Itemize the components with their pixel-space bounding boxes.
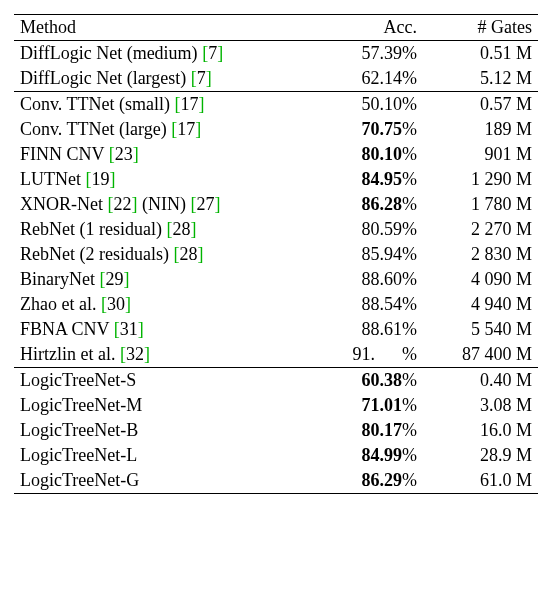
- accuracy-cell: 57.39%: [316, 41, 423, 67]
- accuracy-cell: 85.94%: [316, 242, 423, 267]
- table-row: LogicTreeNet-B80.17%16.0 M: [14, 418, 538, 443]
- citation[interactable]: [7]: [202, 43, 223, 63]
- gates-cell: 28.9 M: [423, 443, 538, 468]
- header-method: Method: [14, 15, 316, 41]
- table-row: Zhao et al. [30]88.54%4 940 M: [14, 292, 538, 317]
- citation[interactable]: [31]: [114, 319, 144, 339]
- method-cell: RebNet (1 residual) [28]: [14, 217, 316, 242]
- accuracy-cell: 80.10%: [316, 142, 423, 167]
- method-name: LogicTreeNet-S: [20, 370, 136, 390]
- accuracy-cell: 84.99%: [316, 443, 423, 468]
- gates-cell: 87 400 M: [423, 342, 538, 368]
- method-cell: RebNet (2 residuals) [28]: [14, 242, 316, 267]
- citation[interactable]: [23]: [109, 144, 139, 164]
- method-name: LogicTreeNet-M: [20, 395, 142, 415]
- gates-cell: 5 540 M: [423, 317, 538, 342]
- method-cell: Conv. TTNet (large) [17]: [14, 117, 316, 142]
- accuracy-cell: 71.01%: [316, 393, 423, 418]
- table-row: RebNet (1 residual) [28]80.59%2 270 M: [14, 217, 538, 242]
- method-name: DiffLogic Net (largest): [20, 68, 186, 88]
- gates-cell: 5.12 M: [423, 66, 538, 92]
- citation[interactable]: [17]: [174, 94, 204, 114]
- method-name: RebNet (2 residuals): [20, 244, 169, 264]
- accuracy-cell: 80.17%: [316, 418, 423, 443]
- accuracy-cell: 86.29%: [316, 468, 423, 494]
- method-cell: LogicTreeNet-S: [14, 368, 316, 394]
- citation[interactable]: [28]: [173, 244, 203, 264]
- method-name: Hirtzlin et al.: [20, 344, 115, 364]
- table-row: LogicTreeNet-G86.29%61.0 M: [14, 468, 538, 494]
- citation[interactable]: [19]: [85, 169, 115, 189]
- citation[interactable]: [27]: [190, 194, 220, 214]
- table-row: Hirtzlin et al. [32]91. %87 400 M: [14, 342, 538, 368]
- gates-cell: 189 M: [423, 117, 538, 142]
- header-acc: Acc.: [316, 15, 423, 41]
- method-cell: Zhao et al. [30]: [14, 292, 316, 317]
- table-row: LogicTreeNet-M71.01%3.08 M: [14, 393, 538, 418]
- method-name: LogicTreeNet-G: [20, 470, 139, 490]
- table-row: DiffLogic Net (medium) [7]57.39%0.51 M: [14, 41, 538, 67]
- accuracy-cell: 91. %: [316, 342, 423, 368]
- table-row: DiffLogic Net (largest) [7]62.14%5.12 M: [14, 66, 538, 92]
- citation[interactable]: [30]: [101, 294, 131, 314]
- accuracy-cell: 88.61%: [316, 317, 423, 342]
- method-name: LUTNet: [20, 169, 81, 189]
- header-row: Method Acc. # Gates: [14, 15, 538, 41]
- method-cell: LogicTreeNet-B: [14, 418, 316, 443]
- method-name: DiffLogic Net (medium): [20, 43, 198, 63]
- table-row: RebNet (2 residuals) [28]85.94%2 830 M: [14, 242, 538, 267]
- method-cell: LogicTreeNet-G: [14, 468, 316, 494]
- gates-cell: 0.51 M: [423, 41, 538, 67]
- method-cell: LUTNet [19]: [14, 167, 316, 192]
- method-cell: DiffLogic Net (largest) [7]: [14, 66, 316, 92]
- accuracy-cell: 60.38%: [316, 368, 423, 394]
- method-name: LogicTreeNet-L: [20, 445, 137, 465]
- method-cell: LogicTreeNet-M: [14, 393, 316, 418]
- method-cell: Hirtzlin et al. [32]: [14, 342, 316, 368]
- method-cell: FINN CNV [23]: [14, 142, 316, 167]
- gates-cell: 1 780 M: [423, 192, 538, 217]
- gates-cell: 3.08 M: [423, 393, 538, 418]
- method-name: Zhao et al.: [20, 294, 96, 314]
- table-row: BinaryNet [29]88.60%4 090 M: [14, 267, 538, 292]
- table-row: XNOR-Net [22] (NIN) [27]86.28%1 780 M: [14, 192, 538, 217]
- table-row: LUTNet [19]84.95%1 290 M: [14, 167, 538, 192]
- method-cell: DiffLogic Net (medium) [7]: [14, 41, 316, 67]
- accuracy-cell: 70.75%: [316, 117, 423, 142]
- citation[interactable]: [32]: [120, 344, 150, 364]
- gates-cell: 2 270 M: [423, 217, 538, 242]
- accuracy-cell: 86.28%: [316, 192, 423, 217]
- method-name: FBNA CNV: [20, 319, 109, 339]
- method-cell: BinaryNet [29]: [14, 267, 316, 292]
- gates-cell: 2 830 M: [423, 242, 538, 267]
- method-cell: LogicTreeNet-L: [14, 443, 316, 468]
- table-row: FINN CNV [23]80.10%901 M: [14, 142, 538, 167]
- accuracy-cell: 62.14%: [316, 66, 423, 92]
- citation[interactable]: [28]: [166, 219, 196, 239]
- citation[interactable]: [17]: [171, 119, 201, 139]
- gates-cell: 0.57 M: [423, 92, 538, 118]
- method-name: FINN CNV: [20, 144, 104, 164]
- method-name: RebNet (1 residual): [20, 219, 162, 239]
- gates-cell: 0.40 M: [423, 368, 538, 394]
- gates-cell: 4 940 M: [423, 292, 538, 317]
- citation[interactable]: [7]: [191, 68, 212, 88]
- accuracy-cell: 84.95%: [316, 167, 423, 192]
- results-table: Method Acc. # Gates DiffLogic Net (mediu…: [14, 14, 538, 494]
- citation[interactable]: [22]: [108, 194, 138, 214]
- accuracy-cell: 50.10%: [316, 92, 423, 118]
- method-cell: XNOR-Net [22] (NIN) [27]: [14, 192, 316, 217]
- method-name: Conv. TTNet (small): [20, 94, 170, 114]
- header-gates: # Gates: [423, 15, 538, 41]
- citation[interactable]: [29]: [99, 269, 129, 289]
- accuracy-cell: 88.54%: [316, 292, 423, 317]
- method-cell: Conv. TTNet (small) [17]: [14, 92, 316, 118]
- table-row: LogicTreeNet-S60.38%0.40 M: [14, 368, 538, 394]
- method-name: Conv. TTNet (large): [20, 119, 167, 139]
- method-name: BinaryNet: [20, 269, 95, 289]
- table-row: LogicTreeNet-L84.99%28.9 M: [14, 443, 538, 468]
- gates-cell: 61.0 M: [423, 468, 538, 494]
- gates-cell: 1 290 M: [423, 167, 538, 192]
- gates-cell: 4 090 M: [423, 267, 538, 292]
- accuracy-cell: 80.59%: [316, 217, 423, 242]
